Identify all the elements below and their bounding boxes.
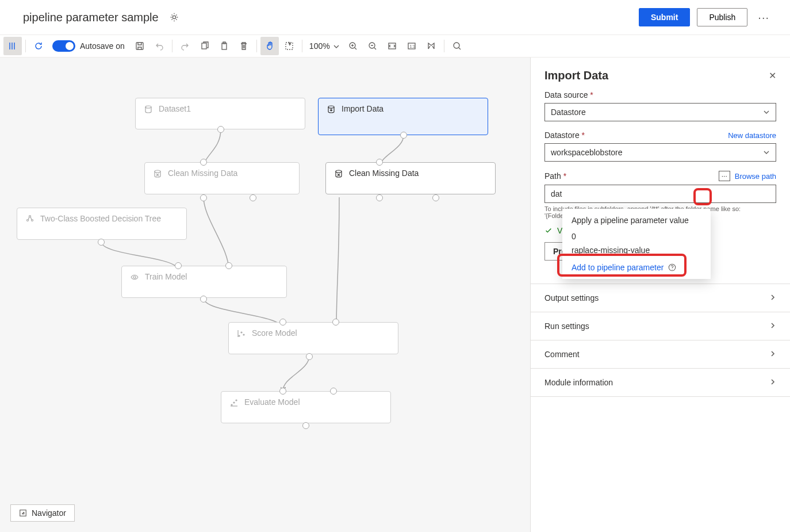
port[interactable] bbox=[306, 353, 313, 360]
menu-item-0[interactable]: 0 bbox=[562, 229, 711, 243]
node-import-data[interactable]: Import Data bbox=[318, 98, 488, 135]
zoom-display[interactable]: 100% bbox=[306, 41, 343, 51]
node-clean-missing-b[interactable]: Clean Missing Data bbox=[325, 162, 496, 194]
chevron-right-icon bbox=[769, 350, 776, 359]
port[interactable] bbox=[400, 132, 407, 139]
svg-point-0 bbox=[172, 16, 175, 18]
menu-header: Apply a pipeline parameter value bbox=[562, 212, 711, 229]
navigator-button[interactable]: Navigator bbox=[10, 504, 75, 522]
pipeline-parameter-menu: Apply a pipeline parameter value 0 rapla… bbox=[562, 209, 711, 279]
browse-path-link[interactable]: Browse path bbox=[735, 172, 776, 181]
clean-icon bbox=[334, 169, 343, 178]
main: Dataset1 Import Data Clean Missing Data … bbox=[0, 58, 790, 532]
port[interactable] bbox=[200, 296, 207, 303]
svg-point-11 bbox=[454, 43, 459, 48]
chevron-right-icon bbox=[769, 378, 776, 387]
port[interactable] bbox=[432, 194, 439, 201]
node-score-model[interactable]: Score Model bbox=[228, 322, 398, 354]
evaluate-icon bbox=[229, 398, 239, 407]
select-icon[interactable] bbox=[280, 37, 298, 55]
svg-point-13 bbox=[328, 106, 334, 108]
tree-icon bbox=[25, 215, 34, 224]
port[interactable] bbox=[217, 126, 224, 133]
svg-point-25 bbox=[236, 400, 237, 401]
publish-button[interactable]: Publish bbox=[697, 8, 747, 26]
port[interactable] bbox=[376, 194, 383, 201]
port[interactable] bbox=[332, 319, 339, 326]
zoom-out-icon[interactable] bbox=[363, 37, 382, 55]
auto-layout-icon[interactable] bbox=[422, 37, 440, 55]
data-source-select[interactable]: Datastore bbox=[544, 103, 776, 121]
svg-point-20 bbox=[239, 335, 240, 336]
svg-point-12 bbox=[145, 106, 151, 108]
chevron-right-icon bbox=[769, 322, 776, 331]
svg-rect-3 bbox=[222, 43, 227, 49]
node-dataset1[interactable]: Dataset1 bbox=[135, 98, 305, 129]
node-boosted-tree[interactable]: Two-Class Boosted Decision Tree bbox=[17, 208, 187, 240]
close-icon[interactable]: ✕ bbox=[769, 70, 776, 81]
refresh-icon[interactable] bbox=[29, 37, 48, 55]
svg-text:1:1: 1:1 bbox=[409, 44, 415, 48]
copy-icon[interactable] bbox=[195, 37, 214, 55]
port[interactable] bbox=[376, 159, 383, 166]
svg-point-14 bbox=[155, 170, 160, 173]
port[interactable] bbox=[302, 422, 309, 429]
svg-point-22 bbox=[243, 334, 244, 335]
svg-point-24 bbox=[233, 402, 235, 403]
datastore-select[interactable]: workspaceblobstore bbox=[544, 143, 776, 162]
port[interactable] bbox=[250, 194, 256, 201]
port[interactable] bbox=[200, 159, 207, 166]
pan-icon[interactable] bbox=[260, 37, 279, 55]
svg-point-23 bbox=[231, 404, 232, 405]
path-input[interactable]: dat bbox=[544, 185, 776, 203]
port[interactable] bbox=[330, 388, 337, 395]
header-left: pipeline parameter sample bbox=[23, 11, 179, 24]
zoom-fit-icon[interactable] bbox=[383, 37, 401, 55]
port[interactable] bbox=[279, 319, 286, 326]
left-panel-toggle-icon[interactable] bbox=[3, 37, 22, 55]
svg-point-19 bbox=[133, 276, 136, 278]
port[interactable] bbox=[200, 194, 207, 201]
delete-icon[interactable] bbox=[235, 37, 253, 55]
add-to-pipeline-parameter[interactable]: Add to pipeline parameter bbox=[562, 257, 711, 275]
port[interactable] bbox=[279, 388, 286, 395]
zoom-in-icon[interactable] bbox=[344, 37, 362, 55]
menu-item-1[interactable]: raplace-missing-value bbox=[562, 243, 711, 257]
svg-rect-2 bbox=[202, 43, 206, 49]
more-icon[interactable]: ··· bbox=[754, 11, 773, 24]
port[interactable] bbox=[175, 262, 182, 269]
redo-icon[interactable] bbox=[176, 37, 194, 55]
port[interactable] bbox=[98, 239, 105, 246]
section-module-information[interactable]: Module information bbox=[531, 368, 790, 397]
gear-icon[interactable] bbox=[169, 12, 179, 22]
section-comment[interactable]: Comment bbox=[531, 340, 790, 368]
header-right: Submit Publish ··· bbox=[639, 8, 773, 26]
chevron-right-icon bbox=[769, 293, 776, 303]
submit-button[interactable]: Submit bbox=[639, 8, 690, 26]
zoom-actual-icon[interactable]: 1:1 bbox=[402, 37, 421, 55]
section-run-settings[interactable]: Run settings bbox=[531, 312, 790, 340]
save-icon[interactable] bbox=[131, 37, 149, 55]
page-title: pipeline parameter sample bbox=[23, 11, 159, 24]
toolbar: Autosave on 100% 1:1 bbox=[0, 35, 790, 58]
svg-point-28 bbox=[672, 269, 673, 270]
header: pipeline parameter sample Submit Publish… bbox=[0, 0, 790, 35]
svg-point-15 bbox=[336, 170, 342, 173]
paste-icon[interactable] bbox=[215, 37, 233, 55]
panel-title: Import Data bbox=[544, 69, 608, 82]
node-train-model[interactable]: Train Model bbox=[121, 266, 287, 298]
canvas[interactable]: Dataset1 Import Data Clean Missing Data … bbox=[0, 58, 530, 532]
undo-icon[interactable] bbox=[150, 37, 168, 55]
path-more-icon[interactable]: ··· bbox=[719, 171, 730, 181]
datastore-label: Datastore bbox=[544, 131, 585, 140]
path-label: Path bbox=[544, 171, 566, 181]
autosave-toggle[interactable] bbox=[52, 40, 75, 52]
database-icon bbox=[144, 105, 153, 114]
new-datastore-link[interactable]: New datastore bbox=[728, 131, 776, 140]
node-evaluate-model[interactable]: Evaluate Model bbox=[221, 391, 391, 423]
section-output-settings[interactable]: Output settings bbox=[531, 284, 790, 312]
search-icon[interactable] bbox=[448, 37, 466, 55]
port[interactable] bbox=[225, 262, 232, 269]
node-clean-missing-a[interactable]: Clean Missing Data bbox=[144, 162, 300, 194]
right-panel: Import Data ✕ Data source Datastore Data… bbox=[530, 58, 790, 532]
